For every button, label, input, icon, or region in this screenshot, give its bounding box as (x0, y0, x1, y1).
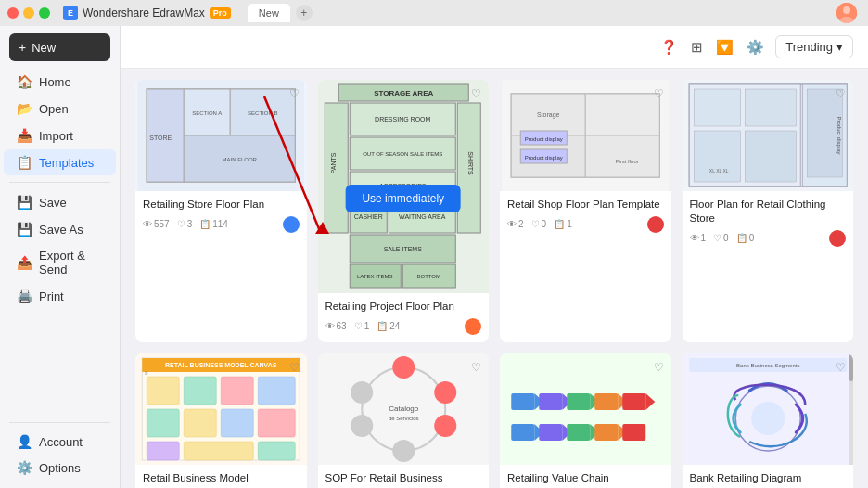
toolbar-icons: ❓ ⊞ 🔽 ⚙️ (660, 39, 764, 56)
svg-rect-57 (745, 131, 796, 182)
sidebar-item-account[interactable]: 👤 Account (4, 429, 116, 455)
view-count: 👁 1 (690, 233, 707, 243)
sidebar-item-label: Print (39, 289, 64, 303)
trending-dropdown[interactable]: Trending ▾ (775, 35, 853, 58)
sidebar: + New 🏠 Home 📂 Open 📥 Import 📋 Templates (0, 26, 121, 488)
sidebar-item-templates[interactable]: 📋 Templates (4, 149, 116, 175)
svg-text:de Servicios: de Servicios (388, 416, 418, 421)
copy-count: 📋 0 (736, 233, 755, 243)
sidebar-item-import[interactable]: 📥 Import (4, 122, 116, 148)
svg-rect-102 (567, 424, 590, 441)
svg-rect-41 (585, 94, 659, 135)
minimize-button[interactable] (23, 7, 34, 19)
svg-rect-56 (694, 131, 740, 182)
grid-area[interactable]: STORE SECTION A SECTION B MAIN FLOOR ♡ R… (121, 69, 868, 488)
favorite-icon[interactable]: ♡ (471, 361, 481, 374)
favorite-icon[interactable]: ♡ (471, 87, 481, 100)
card-title: Retailing Project Floor Plan (326, 300, 482, 314)
save-as-icon: 💾 (17, 222, 32, 237)
sidebar-item-save[interactable]: 💾 Save (4, 189, 116, 215)
sidebar-divider-bottom (9, 422, 110, 423)
sidebar-item-label: Export & Send (39, 249, 103, 276)
svg-text:SHIRTS: SHIRTS (467, 151, 474, 175)
maximize-button[interactable] (39, 7, 50, 19)
svg-text:MAIN FLOOR: MAIN FLOOR (223, 157, 258, 162)
card-thumbnail: Storage Product display Product display … (500, 80, 671, 191)
card-title: Retailing Store Floor Plan (143, 198, 300, 212)
copy-count: 📋 114 (199, 219, 228, 229)
svg-point-81 (434, 415, 456, 437)
traffic-lights (7, 7, 50, 19)
favorite-icon[interactable]: ♡ (654, 361, 664, 374)
svg-rect-100 (539, 424, 562, 441)
card-thumbnail: ♡ (500, 353, 671, 465)
plus-icon: + (19, 40, 26, 55)
svg-rect-68 (258, 377, 295, 405)
svg-text:DRESSING ROOM: DRESSING ROOM (375, 116, 430, 122)
view-count: 👁 557 (143, 219, 170, 229)
copy-count: 📋 1 (554, 219, 572, 229)
floor-plan-thumb: STORE SECTION A SECTION B MAIN FLOOR (135, 80, 307, 191)
grid-icon[interactable]: ⊞ (691, 39, 703, 56)
svg-point-83 (351, 415, 373, 437)
help-icon[interactable]: ❓ (660, 39, 678, 56)
sidebar-item-label: Home (39, 75, 71, 89)
favorite-icon[interactable]: ♡ (836, 87, 846, 100)
card-retail-model[interactable]: RETAIL BUSINESS MODEL CANVAS (135, 353, 307, 488)
card-retail-shop[interactable]: Storage Product display Product display … (500, 80, 671, 342)
svg-text:Product display: Product display (836, 116, 842, 154)
svg-rect-104 (594, 424, 618, 441)
svg-text:Storage: Storage (537, 111, 560, 119)
new-tab[interactable]: New (248, 4, 290, 22)
favorite-icon[interactable]: ♡ (836, 361, 846, 374)
close-button[interactable] (7, 7, 19, 19)
sidebar-item-home[interactable]: 🏠 Home (4, 69, 116, 95)
use-immediately-button[interactable]: Use immediately (345, 185, 461, 212)
new-button[interactable]: + New (9, 33, 110, 61)
card-retailing-store[interactable]: STORE SECTION A SECTION B MAIN FLOOR ♡ R… (135, 80, 307, 342)
card-title: Retail Shop Floor Plan Template (507, 198, 664, 212)
pro-badge: Pro (210, 7, 231, 19)
sidebar-item-label: Import (39, 129, 73, 143)
favorite-icon[interactable]: ♡ (654, 87, 664, 100)
svg-rect-92 (567, 393, 590, 410)
svg-text:PANTS: PANTS (330, 152, 337, 173)
sidebar-item-save-as[interactable]: 💾 Save As (4, 216, 116, 242)
svg-rect-70 (184, 409, 216, 437)
favorite-icon[interactable]: ♡ (289, 87, 300, 100)
card-info: Floor Plan for Retail Clothing Store 👁 1… (683, 191, 854, 254)
home-icon: 🏠 (17, 74, 32, 89)
scrollbar-thumb[interactable] (849, 353, 853, 381)
add-tab-button[interactable]: + (296, 5, 313, 21)
sidebar-item-label: Options (39, 461, 81, 475)
card-retailing-project[interactable]: STORAGE AREA PANTS SHIRTS DRESSING ROOM (318, 80, 490, 342)
svg-rect-88 (511, 393, 534, 410)
view-count: 👁 2 (507, 219, 524, 229)
svg-rect-106 (622, 424, 645, 441)
sidebar-item-open[interactable]: 📂 Open (4, 96, 116, 122)
favorite-icon[interactable]: ♡ (289, 361, 300, 374)
sidebar-item-options[interactable]: ⚙️ Options (4, 455, 116, 481)
app-icon: E (63, 6, 78, 20)
svg-rect-74 (184, 442, 253, 460)
shop-thumb: Storage Product display Product display … (500, 80, 671, 191)
sidebar-item-label: Templates (39, 156, 94, 170)
import-icon: 📥 (17, 128, 32, 143)
svg-text:OUT OF SEASON SALE ITEMS: OUT OF SEASON SALE ITEMS (363, 151, 442, 157)
card-bank-retailing[interactable]: Bank Business Segments (683, 353, 854, 488)
svg-point-79 (392, 356, 415, 379)
card-sop-retail[interactable]: Catalogo de Servicios ♡ SOP For Retail B… (318, 353, 490, 488)
card-value-chain[interactable]: ♡ Retailing Value Chain 👁 82 ♡ 1 📋 20 (500, 353, 671, 488)
sidebar-item-print[interactable]: 🖨️ Print (4, 283, 116, 309)
svg-rect-94 (594, 393, 618, 410)
sidebar-bottom: 👤 Account ⚙️ Options (0, 417, 120, 481)
sidebar-item-export[interactable]: 📤 Export & Send (4, 243, 116, 282)
settings-icon[interactable]: ⚙️ (747, 39, 764, 56)
author-avatar (283, 216, 300, 233)
card-title: Bank Retailing Diagram (690, 471, 847, 485)
card-clothing-store[interactable]: Product display XL XL XL ♡ Floor Plan fo… (683, 80, 854, 342)
like-count: ♡ 0 (531, 219, 547, 229)
svg-text:Product display: Product display (525, 136, 563, 142)
main-layout: + New 🏠 Home 📂 Open 📥 Import 📋 Templates (0, 26, 868, 488)
filter-icon[interactable]: 🔽 (716, 39, 734, 56)
